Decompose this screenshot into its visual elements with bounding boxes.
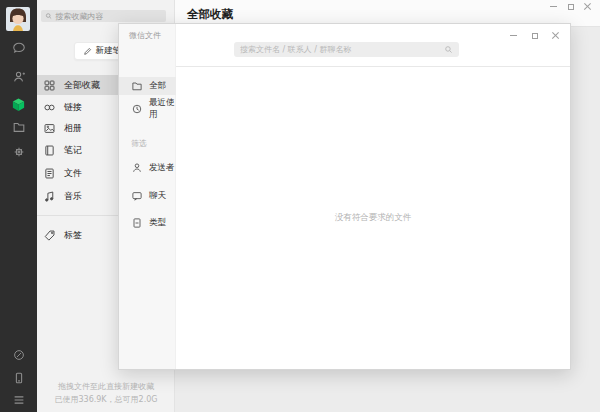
files-folder-icon[interactable] bbox=[0, 120, 37, 134]
link-icon bbox=[43, 101, 56, 114]
grid-icon bbox=[43, 79, 56, 92]
phone-icon[interactable] bbox=[0, 371, 37, 385]
notebook-icon bbox=[43, 144, 56, 157]
dialog-item-type[interactable]: 类型 bbox=[119, 214, 176, 232]
dialog-search-input[interactable] bbox=[240, 45, 444, 54]
dialog-item-all[interactable]: 全部 bbox=[119, 77, 176, 95]
clock-icon bbox=[131, 103, 143, 115]
dialog-menu: 微信文件 全部 最近使用 筛选 bbox=[119, 24, 176, 369]
favorites-search-box[interactable] bbox=[41, 10, 166, 22]
dialog-item-label: 发送者 bbox=[149, 162, 175, 174]
contacts-icon[interactable] bbox=[0, 70, 37, 84]
maximize-icon[interactable] bbox=[526, 29, 543, 42]
compass-icon[interactable] bbox=[0, 348, 37, 362]
empty-state-text: 没有符合要求的文件 bbox=[176, 212, 570, 224]
sidebar-item-label: 相册 bbox=[64, 122, 82, 135]
more-menu-icon[interactable] bbox=[0, 393, 37, 407]
storage-usage-text: 已使用336.9K，总可用2.0G bbox=[37, 393, 175, 406]
dialog-body: 没有符合要求的文件 bbox=[176, 24, 570, 369]
favorites-icon[interactable] bbox=[0, 97, 37, 112]
drag-hint-text: 拖拽文件至此直接新建收藏 bbox=[37, 380, 175, 393]
page-title: 全部收藏 bbox=[187, 7, 233, 22]
maximize-icon[interactable] bbox=[562, 0, 579, 13]
sidebar-item-label: 全部收藏 bbox=[64, 79, 100, 92]
sidebar-item-label: 音乐 bbox=[64, 190, 82, 203]
dialog-window-controls bbox=[505, 29, 564, 42]
dialog-item-label: 全部 bbox=[149, 80, 166, 92]
dialog-item-label: 最近使用 bbox=[149, 97, 176, 121]
favorites-search-input[interactable] bbox=[55, 12, 162, 21]
music-icon bbox=[43, 190, 56, 203]
close-icon[interactable] bbox=[579, 0, 596, 13]
folder-icon bbox=[131, 80, 143, 92]
minimize-icon[interactable] bbox=[545, 0, 562, 13]
user-avatar[interactable] bbox=[6, 7, 30, 31]
minimize-icon[interactable] bbox=[505, 29, 522, 42]
dialog-title: 微信文件 bbox=[129, 30, 161, 41]
album-icon bbox=[43, 122, 56, 135]
sidebar-item-label: 标签 bbox=[64, 229, 82, 242]
dialog-item-recent[interactable]: 最近使用 bbox=[119, 100, 176, 118]
dialog-search-box[interactable] bbox=[234, 42, 459, 57]
settings-gear-icon[interactable] bbox=[0, 145, 37, 159]
wechat-files-dialog: 微信文件 全部 最近使用 筛选 bbox=[118, 23, 571, 370]
pencil-icon bbox=[83, 47, 92, 56]
file-icon bbox=[43, 167, 56, 180]
filter-section-label: 筛选 bbox=[131, 138, 147, 149]
dialog-item-label: 类型 bbox=[149, 217, 166, 229]
nav-rail bbox=[0, 0, 37, 412]
dialog-item-label: 聊天 bbox=[149, 190, 166, 202]
document-icon bbox=[131, 217, 143, 229]
sidebar-item-label: 链接 bbox=[64, 101, 82, 114]
person-icon bbox=[131, 162, 143, 174]
tag-icon bbox=[43, 229, 56, 242]
close-icon[interactable] bbox=[547, 29, 564, 42]
storage-info: 拖拽文件至此直接新建收藏 已使用336.9K，总可用2.0G bbox=[37, 380, 175, 406]
search-icon bbox=[444, 45, 453, 54]
chat-bubble-icon bbox=[131, 190, 143, 202]
wechat-window: 新建笔记 全部收藏 链接 bbox=[0, 0, 600, 412]
avatar-image bbox=[6, 7, 30, 31]
dialog-item-chat[interactable]: 聊天 bbox=[119, 187, 176, 205]
chats-icon[interactable] bbox=[0, 41, 37, 55]
search-icon bbox=[45, 12, 52, 20]
sidebar-item-label: 笔记 bbox=[64, 144, 82, 157]
main-window-controls bbox=[545, 0, 596, 13]
sidebar-item-label: 文件 bbox=[64, 167, 82, 180]
dialog-item-sender[interactable]: 发送者 bbox=[119, 159, 176, 177]
